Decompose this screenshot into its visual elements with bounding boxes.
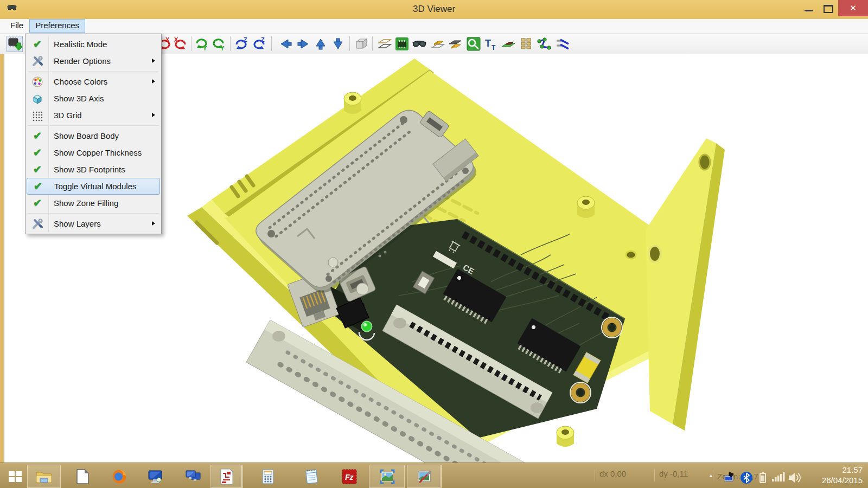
check-icon: ✔ <box>27 38 48 50</box>
menu-item-render-options[interactable]: Render Options <box>27 53 160 69</box>
battery-icon[interactable] <box>757 471 768 484</box>
mounting-ring <box>602 317 622 338</box>
show-pads-button[interactable] <box>518 36 534 52</box>
status-dy: dy -0,11 <box>659 469 688 478</box>
reload-board-button[interactable] <box>7 36 23 52</box>
menu-separator <box>28 71 159 72</box>
show-comments-button[interactable]: TT <box>483 36 499 52</box>
board-layers-button[interactable] <box>376 36 393 52</box>
signal-strength-icon[interactable] <box>771 471 786 483</box>
show-ratsnest-button[interactable] <box>554 36 571 52</box>
taskbar-file-explorer[interactable] <box>32 465 56 488</box>
bluetooth-icon[interactable] <box>740 471 753 484</box>
taskbar-filezilla[interactable]: Fz <box>337 465 361 488</box>
realistic-render-button[interactable] <box>411 36 427 52</box>
svg-text:Z: Z <box>261 36 265 43</box>
clock-date: 26/04/2015 <box>822 475 863 485</box>
rotate-y-cw-button[interactable]: Y <box>210 36 227 52</box>
menu-item-3d-grid[interactable]: 3D Grid <box>27 107 160 124</box>
taskbar-network-places[interactable] <box>181 465 205 488</box>
safely-remove-hardware-icon[interactable] <box>723 471 737 483</box>
palette-icon <box>27 76 48 88</box>
rotate-z-ccw-button[interactable]: Z <box>233 36 250 52</box>
menu-item-show-layers[interactable]: Show Layers <box>27 215 160 232</box>
pan-up-button[interactable] <box>312 36 329 52</box>
show-tracks-button[interactable] <box>536 36 552 52</box>
menu-item-show-copper-thickness[interactable]: ✔ Show Copper Thickness <box>27 144 160 161</box>
menu-separator <box>28 213 159 214</box>
taskbar-libreoffice[interactable] <box>71 465 94 488</box>
menu-preferences[interactable]: Preferences <box>29 19 85 33</box>
tools-icon <box>27 55 48 67</box>
taskbar-clock[interactable]: 21.57 26/04/2015 <box>822 465 863 485</box>
rotate-y-ccw-button[interactable]: Y <box>193 36 209 52</box>
status-dx: dx 0,00 <box>599 469 626 478</box>
close-button[interactable]: ✕ <box>838 0 868 16</box>
dot-grid-icon <box>27 110 48 121</box>
submenu-arrow-icon <box>152 221 155 226</box>
window-title: 3D Viewer <box>0 4 868 15</box>
copper-bottom-button[interactable] <box>447 36 463 52</box>
screw-post <box>577 196 595 218</box>
window-frame-left <box>0 54 4 463</box>
taskbar-notepad[interactable] <box>299 465 323 488</box>
clock-time: 21.57 <box>822 465 863 475</box>
pan-down-button[interactable] <box>330 36 346 52</box>
check-icon: ✔ <box>27 130 48 142</box>
case-floor-hole <box>626 251 636 259</box>
menu-item-show-3d-axis[interactable]: Show 3D Axis <box>27 90 160 107</box>
taskbar-image-viewer[interactable] <box>375 465 399 488</box>
hidden-icons-chevron[interactable]: ▲ <box>709 473 713 478</box>
menu-separator <box>28 125 159 126</box>
rotate-z-cw-button[interactable]: Z <box>251 36 267 52</box>
menu-file[interactable]: File <box>4 19 29 33</box>
desktop-screen: 3D Viewer ✕ File Preferences X X Y Y Z Z <box>0 0 868 488</box>
submenu-arrow-icon <box>152 59 155 63</box>
check-icon: ✔ <box>27 163 48 176</box>
menu-bar: File Preferences <box>0 19 868 34</box>
pan-left-button[interactable] <box>278 36 294 52</box>
show-silkscreen-button[interactable] <box>500 36 516 52</box>
ortho-view-button[interactable] <box>353 36 369 52</box>
volume-icon[interactable] <box>788 471 803 484</box>
menu-item-show-board-body[interactable]: ✔ Show Board Body <box>27 127 160 144</box>
taskbar-calculator[interactable] <box>256 465 280 488</box>
svg-text:X: X <box>165 36 170 43</box>
maximize-button[interactable] <box>824 5 833 13</box>
svg-text:Z: Z <box>244 36 247 43</box>
start-button[interactable] <box>3 465 27 488</box>
preferences-menu: ✔ Realistic Mode Render Options Choose C… <box>25 34 162 234</box>
case-side-wall <box>646 138 725 431</box>
taskbar-photo-editor[interactable] <box>412 465 436 488</box>
3d-cube-icon <box>27 93 48 105</box>
tools-icon <box>27 218 48 230</box>
taskbar-remote-desktop[interactable] <box>143 465 167 488</box>
menu-item-choose-colors[interactable]: Choose Colors <box>27 73 160 90</box>
svg-text:Fz: Fz <box>345 473 354 481</box>
copper-top-button[interactable] <box>430 36 446 52</box>
submenu-arrow-icon <box>152 113 155 117</box>
board-hole <box>267 230 275 237</box>
taskbar-firefox[interactable] <box>107 465 131 488</box>
rotate-x-cw-button[interactable]: X <box>173 36 189 52</box>
title-bar[interactable]: 3D Viewer ✕ <box>0 0 868 20</box>
menu-item-realistic-mode[interactable]: ✔ Realistic Mode <box>27 36 160 53</box>
taskbar-kicad[interactable] <box>215 465 239 488</box>
load-3d-shapes-button[interactable] <box>394 36 410 52</box>
minimize-button[interactable] <box>805 10 813 11</box>
board-hole <box>400 116 407 124</box>
svg-text:X: X <box>174 36 178 43</box>
menu-item-toggle-virtual-modules[interactable]: ✔ Toggle Virtual Modules <box>27 178 160 195</box>
screw-post <box>344 92 361 114</box>
menu-item-show-zone-filling[interactable]: ✔ Show Zone Filling <box>27 195 160 211</box>
svg-text:Y: Y <box>220 45 225 52</box>
menu-item-show-3d-footprints[interactable]: ✔ Show 3D Footprints <box>27 161 160 178</box>
pan-right-button[interactable] <box>295 36 311 52</box>
show-zones-button[interactable] <box>465 36 482 52</box>
screw-post <box>557 426 574 447</box>
svg-text:T: T <box>492 44 496 52</box>
svg-text:T: T <box>485 38 491 49</box>
board-hole <box>326 275 332 282</box>
taskbar: dx 0,00 dy -0,11 Zoom: 34,7 <box>0 463 868 488</box>
submenu-arrow-icon <box>152 79 155 84</box>
